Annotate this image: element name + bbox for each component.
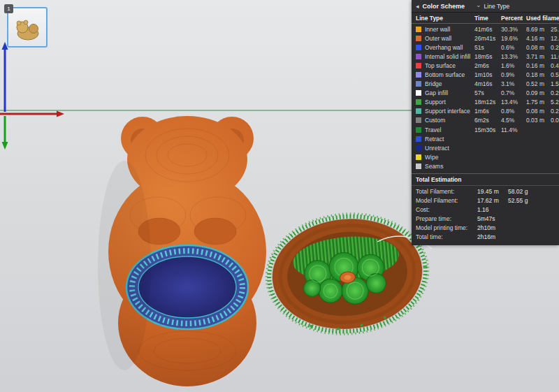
line-type-row[interactable]: Overhang wall 51s 0.6% 0.08 m 0.25 [412,43,559,52]
view-mode-label: Line Type [484,3,510,10]
line-type-label: Inner wall [425,26,450,33]
col-percent: Percent [501,15,526,22]
line-type-label: Retract [425,136,444,143]
total-row: Model printing time: 2h10m [412,224,559,233]
line-type-used-filament: 0.16 m 0.47 [526,62,559,69]
line-type-percent: 19.6% [501,35,526,42]
col-time: Time [474,15,501,22]
total-row: Cost: 1.16 [412,205,559,215]
line-type-percent: 0.7% [501,89,526,96]
line-type-time: 2m6s [474,62,501,69]
line-type-used-filament: 3.71 m 11.08 [526,53,559,60]
line-type-row[interactable]: Bottom surface 1m10s 0.9% 0.18 m 0.55 [412,70,559,79]
line-type-used-grams: 0.09 [551,117,559,124]
line-type-name-cell: Inner wall [416,26,474,33]
color-scheme-panel: ◂ Color Scheme ⌄ Line Type Line Type Tim… [412,0,559,245]
line-type-percent: 11.4% [501,126,526,133]
line-type-used-grams: 0.47 [551,62,559,69]
line-type-used-meters: 4.16 m [526,35,544,42]
total-row-value1: 2h10m [477,224,508,231]
line-type-used-meters: 8.69 m [526,26,544,33]
line-type-color-swatch [416,27,421,32]
line-type-color-swatch [416,127,421,133]
line-type-time: 57s [474,89,501,96]
line-type-row[interactable]: Gap infill 57s 0.7% 0.09 m 0.26 [412,89,559,98]
totals-title: Total Estimation [412,174,559,186]
line-type-label: Bridge [425,80,442,87]
line-type-color-swatch [416,36,421,41]
line-type-table-header: Line Type Time Percent Used filament [412,13,559,24]
line-type-name-cell: Overhang wall [416,44,474,51]
line-type-percent: 30.3% [501,26,526,33]
line-type-color-swatch [416,54,421,59]
line-type-row[interactable]: Support 18m12s 13.4% 1.75 m 5.22 [412,98,559,107]
total-row-value1: 1.16 [477,206,508,213]
line-type-percent: 0.9% [501,71,526,78]
line-type-color-swatch [416,108,421,114]
line-type-used-meters: 0.18 m [526,71,544,78]
line-type-name-cell: Outer wall [416,35,474,42]
total-row-label: Total time: [416,233,477,240]
line-type-name-cell: Wipe [416,154,474,161]
line-type-name-cell: Internal solid infill [416,53,474,60]
line-type-name-cell: Gap infill [416,89,474,96]
line-type-color-swatch [416,81,421,87]
line-type-name-cell: Top surface [416,62,474,69]
line-type-name-cell: Travel [416,126,474,133]
line-type-time: 41m6s [474,26,501,33]
total-row-label: Model Filament: [416,197,477,204]
model-bear[interactable] [98,116,266,386]
total-row-value2: 58.02 g [508,188,559,195]
line-type-row[interactable]: Outer wall 26m41s 19.6% 4.16 m 12.41 [412,34,559,43]
line-type-time: 15m30s [474,126,501,133]
line-type-time: 4m16s [474,80,501,87]
total-row-label: Prepare time: [416,215,477,222]
line-type-label: Support interface [425,108,470,115]
col-used-filament: Used filament [526,15,559,22]
line-type-color-swatch [416,99,421,105]
line-type-row[interactable]: Top surface 2m6s 1.6% 0.16 m 0.47 [412,61,559,70]
total-row-value1: 5m47s [477,215,508,222]
view-mode-dropdown[interactable]: ⌄ Line Type [476,3,509,10]
plate-thumbnail[interactable] [7,7,48,48]
plate-number: 1 [7,6,10,12]
line-type-row[interactable]: Retract [412,134,559,143]
line-type-used-grams: 1.55 [551,80,559,87]
collapse-panel-icon[interactable]: ◂ [416,3,419,10]
line-type-used-grams: 25.91 [551,26,559,33]
line-type-color-swatch [416,45,421,50]
line-type-percent: 3.1% [501,80,526,87]
line-type-used-meters: 0.09 m [526,89,544,96]
line-type-row[interactable]: Bridge 4m16s 3.1% 0.52 m 1.55 [412,80,559,89]
line-type-used-filament: 0.09 m 0.26 [526,89,559,96]
total-row-value1: 2h16m [477,233,508,240]
line-type-name-cell: Support [416,99,474,106]
line-type-row[interactable]: Wipe [412,152,559,161]
line-type-used-meters: 0.08 m [526,108,544,115]
line-type-row[interactable]: Inner wall 41m6s 30.3% 8.69 m 25.91 [412,24,559,34]
line-type-percent: 13.4% [501,99,526,106]
line-type-row[interactable]: Internal solid infill 18m5s 13.3% 3.71 m… [412,52,559,61]
line-type-label: Custom [425,117,445,124]
line-type-time: 18m12s [474,99,501,106]
line-type-used-filament: 0.18 m 0.55 [526,71,559,78]
line-type-row[interactable]: Unretract [412,143,559,152]
plate-number-badge: 1 [4,4,13,13]
line-type-percent: 0.6% [501,44,526,51]
line-type-row[interactable]: Seams [412,161,559,170]
line-type-name-cell: Unretract [416,145,474,152]
line-type-used-grams: 11.08 [551,53,559,60]
col-line-type: Line Type [416,15,474,22]
line-type-row[interactable]: Custom 6m2s 4.5% 0.03 m 0.09 [412,116,559,125]
model-bowl[interactable] [261,207,433,341]
line-type-used-grams: 0.25 [551,108,559,115]
line-type-row[interactable]: Travel 15m30s 11.4% [412,125,559,134]
total-row: Total time: 2h16m [412,233,559,242]
line-type-used-filament: 1.75 m 5.22 [526,99,559,106]
line-type-label: Internal solid infill [425,53,470,60]
line-type-name-cell: Bridge [416,80,474,87]
total-row-value2: 52.55 g [508,197,559,204]
line-type-used-filament: 0.52 m 1.55 [526,80,559,87]
line-type-row[interactable]: Support interface 1m6s 0.8% 0.08 m 0.25 [412,107,559,116]
line-type-time: 1m6s [474,108,501,115]
